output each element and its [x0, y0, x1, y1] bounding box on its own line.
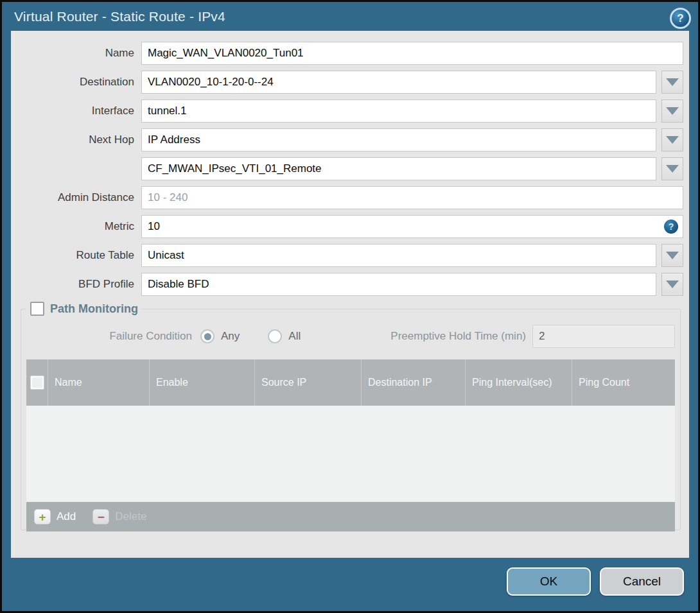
name-input[interactable]: [141, 42, 683, 65]
next-hop-address-dropdown-button[interactable]: [661, 157, 683, 180]
failure-condition-label: Failure Condition: [26, 330, 192, 343]
delete-button-label: Delete: [115, 510, 146, 523]
dialog-title: Virtual Router - Static Route - IPv4: [14, 9, 225, 24]
path-monitoring-checkbox[interactable]: [30, 302, 44, 316]
name-row: Name: [11, 42, 683, 65]
name-label: Name: [11, 47, 141, 60]
chevron-down-icon: [666, 165, 679, 173]
chevron-down-icon: [666, 136, 679, 144]
path-monitoring-label: Path Monitoring: [50, 302, 138, 316]
table-toolbar: Add Delete: [26, 502, 675, 531]
column-header-ping-interval[interactable]: Ping Interval(sec): [466, 359, 572, 406]
failure-condition-all-radio[interactable]: [268, 329, 282, 343]
next-hop-address-input[interactable]: [141, 157, 656, 180]
next-hop-address-row: [11, 157, 683, 180]
dialog-content: Name Destination Interface: [11, 31, 689, 558]
select-all-checkbox[interactable]: [30, 376, 44, 390]
chevron-down-icon: [666, 252, 679, 259]
metric-help-icon[interactable]: ?: [664, 220, 678, 234]
failure-condition-all-label: All: [288, 330, 301, 343]
route-table-row: Route Table: [11, 244, 683, 267]
failure-condition-row: Failure Condition Any All Preemptive Hol…: [26, 325, 675, 348]
table-header-row: Name Enable Source IP Destination IP Pin…: [26, 359, 675, 406]
chevron-down-icon: [666, 281, 679, 288]
add-button-label: Add: [57, 510, 76, 523]
admin-distance-row: Admin Distance: [11, 186, 683, 209]
delete-button[interactable]: Delete: [92, 509, 146, 524]
path-monitoring-table: Name Enable Source IP Destination IP Pin…: [26, 359, 675, 531]
interface-row: Interface: [11, 99, 683, 123]
dialog-footer: OK Cancel: [2, 558, 698, 611]
table-body-empty: [26, 406, 675, 502]
help-icon[interactable]: ?: [670, 8, 691, 29]
ok-button[interactable]: OK: [507, 567, 591, 596]
metric-label: Metric: [11, 220, 141, 233]
failure-condition-any-radio[interactable]: [200, 329, 214, 343]
chevron-down-icon: [666, 107, 679, 115]
destination-label: Destination: [11, 76, 141, 89]
add-button[interactable]: Add: [34, 509, 76, 524]
metric-row: Metric ?: [11, 215, 683, 238]
static-route-dialog: Virtual Router - Static Route - IPv4 ? N…: [2, 2, 698, 611]
destination-input[interactable]: [141, 71, 656, 94]
metric-input[interactable]: [141, 215, 683, 238]
bfd-profile-label: BFD Profile: [11, 278, 141, 291]
path-monitoring-section: Path Monitoring Failure Condition Any Al…: [21, 302, 681, 530]
destination-dropdown-button[interactable]: [661, 71, 683, 94]
admin-distance-label: Admin Distance: [11, 191, 141, 204]
route-table-dropdown-button[interactable]: [661, 244, 683, 267]
column-header-source-ip[interactable]: Source IP: [255, 359, 362, 406]
next-hop-label: Next Hop: [11, 134, 141, 146]
interface-dropdown-button[interactable]: [661, 99, 683, 123]
route-table-label: Route Table: [11, 249, 141, 262]
column-header-destination-ip[interactable]: Destination IP: [362, 359, 466, 406]
static-route-form: Name Destination Interface: [11, 31, 689, 296]
preemptive-hold-time-input[interactable]: [532, 325, 675, 348]
table-header-checkbox-cell: [26, 359, 48, 406]
bfd-profile-input[interactable]: [141, 273, 656, 296]
column-header-enable[interactable]: Enable: [150, 359, 255, 406]
bfd-profile-dropdown-button[interactable]: [661, 273, 683, 296]
admin-distance-input[interactable]: [141, 186, 683, 209]
plus-icon: [34, 509, 51, 524]
interface-label: Interface: [11, 105, 141, 117]
interface-input[interactable]: [141, 99, 656, 123]
failure-condition-any-label: Any: [221, 330, 240, 343]
next-hop-type-dropdown-button[interactable]: [661, 128, 683, 151]
minus-icon: [92, 509, 109, 524]
next-hop-row: Next Hop: [11, 128, 683, 151]
destination-row: Destination: [11, 71, 683, 94]
bfd-profile-row: BFD Profile: [11, 273, 683, 296]
path-monitoring-legend: Path Monitoring: [26, 302, 142, 316]
next-hop-type-input[interactable]: [141, 128, 656, 151]
preemptive-hold-time-label: Preemptive Hold Time (min): [390, 330, 526, 343]
radio-dot-icon: [204, 333, 211, 340]
column-header-name[interactable]: Name: [48, 359, 150, 406]
route-table-input[interactable]: [141, 244, 656, 267]
cancel-button[interactable]: Cancel: [600, 567, 684, 596]
column-header-ping-count[interactable]: Ping Count: [572, 359, 675, 406]
chevron-down-icon: [666, 78, 679, 86]
dialog-titlebar: Virtual Router - Static Route - IPv4 ?: [2, 2, 698, 31]
